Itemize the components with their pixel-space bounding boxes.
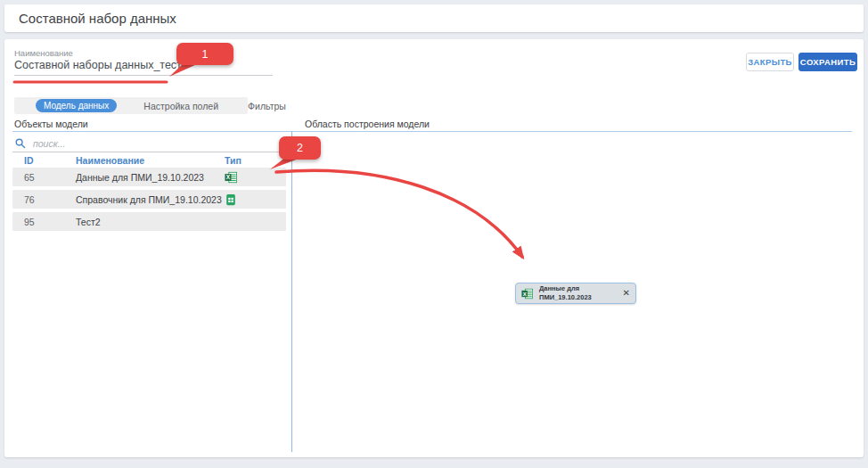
column-header-name[interactable]: Наименование — [76, 155, 144, 166]
column-header-type[interactable]: Тип — [225, 155, 242, 166]
excel-icon: X — [521, 288, 533, 300]
annotation-step-1: 1 — [176, 43, 233, 65]
page-title: Составной набор данных — [19, 11, 176, 26]
horizontal-divider — [12, 131, 852, 132]
save-button[interactable]: СОХРАНИТЬ — [798, 53, 857, 71]
search-input[interactable] — [31, 137, 258, 150]
row-id: 76 — [24, 190, 35, 209]
model-node-card[interactable]: X Данные для ПМИ_19.10.2023 ✕ — [515, 283, 636, 304]
search-icon — [15, 138, 26, 149]
table-header: ID Наименование Тип — [12, 155, 286, 168]
close-button[interactable]: ЗАКРЫТЬ — [746, 53, 794, 71]
name-field-label: Наименование — [14, 48, 73, 58]
model-node-title: Данные для ПМИ_19.10.2023 — [539, 284, 592, 302]
row-name: Тест2 — [76, 212, 101, 231]
row-name: Данные для ПМИ_19.10.2023 — [76, 168, 204, 186]
app-window: Составной набор данных Наименование Сост… — [0, 0, 868, 468]
tab-bar: Модель данных Настройка полей Фильтры — [14, 97, 248, 114]
row-id: 65 — [24, 168, 35, 186]
left-panel-title: Объекты модели — [14, 119, 88, 129]
svg-text:X: X — [523, 290, 527, 296]
tab-filters[interactable]: Фильтры — [248, 101, 286, 111]
vertical-divider — [291, 131, 292, 452]
svg-text:X: X — [226, 174, 231, 180]
table-row[interactable]: 76 Справочник для ПМИ_19.10.2023 — [12, 190, 286, 209]
table-row[interactable]: 65 Данные для ПМИ_19.10.2023 X — [12, 168, 286, 186]
sheets-icon — [225, 190, 237, 209]
search-field[interactable] — [12, 135, 286, 152]
row-id: 95 — [24, 212, 35, 231]
editor-panel: Наименование Составной наборы данных_тес… — [4, 39, 864, 457]
annotation-step-2: 2 — [279, 136, 321, 160]
tab-data-model[interactable]: Модель данных — [36, 99, 117, 112]
row-name: Справочник для ПМИ_19.10.2023 — [76, 190, 222, 209]
tab-field-settings[interactable]: Настройка полей — [143, 101, 218, 111]
page-header: Составной набор данных — [4, 4, 864, 32]
column-header-id[interactable]: ID — [24, 155, 34, 166]
right-panel-title: Область построения модели — [305, 119, 430, 129]
close-icon[interactable]: ✕ — [623, 289, 630, 298]
excel-icon: X — [225, 168, 237, 186]
table-row[interactable]: 95 Тест2 — [12, 212, 286, 231]
name-field-input[interactable]: Составной наборы данных_тест — [14, 59, 273, 76]
